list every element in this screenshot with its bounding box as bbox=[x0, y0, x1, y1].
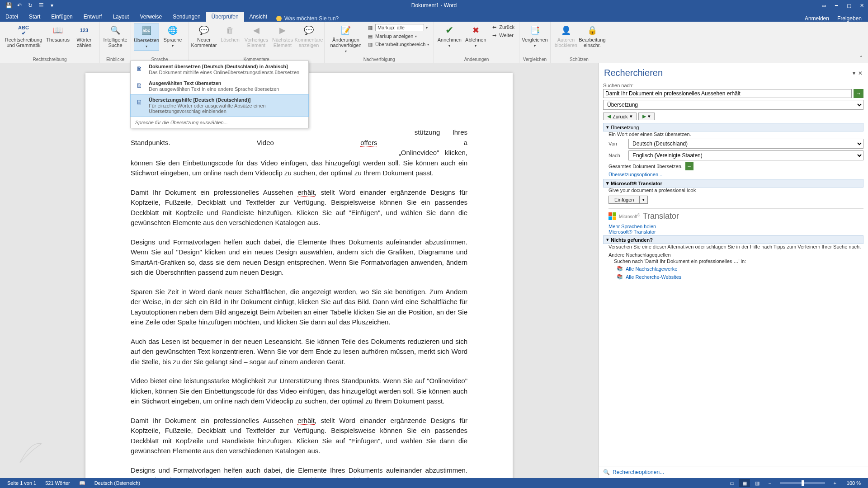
sign-in-link[interactable]: Anmelden bbox=[805, 15, 829, 22]
minimize-icon[interactable]: ━ bbox=[830, 0, 843, 11]
collapse-ribbon-icon[interactable]: ˄ bbox=[860, 55, 863, 61]
status-word-count[interactable]: 521 Wörter bbox=[41, 480, 74, 486]
zoom-in-button[interactable]: + bbox=[830, 479, 840, 487]
word-count-button[interactable]: 123 Wörter zählen bbox=[71, 23, 97, 49]
translate-selection-item[interactable]: 🗎 Ausgewählten Text übersetzen Den ausge… bbox=[131, 78, 308, 94]
group-tracking: 📝 Änderungen nachverfolgen ▾ ▦ Markup: a… bbox=[325, 22, 434, 63]
paragraph[interactable]: Auch das Lesen ist bequemer in der neuen… bbox=[131, 337, 467, 367]
tab-ansicht[interactable]: Ansicht bbox=[244, 12, 273, 22]
zoom-level[interactable]: 100 % bbox=[842, 480, 865, 486]
chevron-down-icon: ▾ bbox=[475, 43, 476, 49]
research-search-go-button[interactable]: → bbox=[854, 89, 863, 98]
pane-close-icon[interactable]: ✕ bbox=[858, 70, 863, 76]
chevron-down-icon: ▾ bbox=[427, 42, 429, 47]
touch-mode-icon[interactable]: ☰ bbox=[36, 1, 46, 10]
research-forward-button[interactable]: ▶▾ bbox=[638, 113, 655, 120]
back-arrow-icon: ◀ bbox=[607, 113, 611, 119]
to-language-select[interactable]: Englisch (Vereinigte Staaten) bbox=[628, 150, 863, 160]
status-page[interactable]: Seite 1 von 1 bbox=[3, 480, 41, 486]
tell-me-search[interactable]: Was möchten Sie tun? bbox=[276, 15, 339, 22]
ribbon: ABC✔ Rechtschreibung und Grammatik 📖 The… bbox=[0, 22, 868, 63]
tab-datei[interactable]: Datei bbox=[0, 12, 24, 22]
share-button[interactable]: Freigeben bbox=[837, 15, 862, 22]
tab-verweise[interactable]: Verweise bbox=[134, 12, 167, 22]
show-markup-button[interactable]: ▤ Markup anzeigen ▾ bbox=[365, 33, 431, 40]
from-language-select[interactable]: Deutsch (Deutschland) bbox=[628, 139, 863, 149]
track-changes-button[interactable]: 📝 Änderungen nachverfolgen ▾ bbox=[327, 23, 364, 55]
chevron-down-icon: ▾ bbox=[172, 43, 174, 49]
view-web-layout[interactable]: ▥ bbox=[752, 479, 763, 487]
paragraph[interactable]: Designs und Formatvorlagen helfen auch d… bbox=[131, 237, 467, 278]
insert-split-button[interactable]: ▾ bbox=[640, 196, 648, 204]
spell-underline[interactable]: erhält bbox=[297, 188, 315, 197]
ms-translator-link[interactable]: Microsoft® Translator bbox=[609, 229, 863, 235]
translation-hint: Ein Wort oder einen Satz übersetzen. bbox=[609, 131, 863, 137]
redo-icon[interactable]: ↻ bbox=[25, 1, 35, 10]
show-comments-button: 💬 Kommentare anzeigen bbox=[296, 23, 321, 49]
translate-selection-icon: 🗎 bbox=[134, 80, 144, 90]
close-icon[interactable]: ✕ bbox=[855, 0, 868, 11]
spell-underline[interactable]: erhält bbox=[297, 417, 315, 425]
tab-entwurf[interactable]: Entwurf bbox=[78, 12, 108, 22]
pane-icon: ▥ bbox=[367, 41, 373, 47]
undo-icon[interactable]: ↶ bbox=[14, 1, 24, 10]
research-scope-select[interactable]: Übersetzung bbox=[603, 100, 863, 110]
paragraph[interactable]: Sparen Sie Zeit in Word dank neuer Schal… bbox=[131, 287, 467, 328]
paragraph[interactable]: XXXXXXXXXXXXXXXXXXXXXXXXXXXXXXXXXXXXXXXX… bbox=[131, 127, 467, 178]
hyperlink-underline[interactable]: offers bbox=[360, 139, 377, 147]
tab-layout[interactable]: Layout bbox=[107, 12, 134, 22]
paragraph[interactable]: Video bietet eine leistungsstarke Möglic… bbox=[131, 376, 467, 407]
tab-ueberpruefen[interactable]: Überprüfen bbox=[206, 12, 244, 22]
tab-einfuegen[interactable]: Einfügen bbox=[46, 12, 78, 22]
markup-display-select[interactable]: ▦ Markup: alle ▾ bbox=[365, 23, 431, 32]
status-language[interactable]: Deutsch (Österreich) bbox=[90, 480, 145, 486]
save-icon[interactable]: 💾 bbox=[4, 1, 14, 10]
research-search-input[interactable] bbox=[603, 89, 852, 98]
accept-button[interactable]: ✔ Annehmen ▾ bbox=[437, 23, 462, 50]
reject-button[interactable]: ✖ Ablehnen ▾ bbox=[463, 23, 488, 50]
translation-section-header[interactable]: ▾Übersetzung bbox=[603, 123, 863, 131]
smart-lookup-button[interactable]: 🔍 Intelligente Suche bbox=[103, 23, 128, 49]
research-options-link[interactable]: Rechercheoptionen... bbox=[613, 469, 664, 475]
forward-arrow-icon: ▶ bbox=[642, 113, 646, 119]
translate-button[interactable]: 🔤 Übersetzen ▾ bbox=[134, 23, 159, 51]
document-page[interactable]: XXXXXXXXXXXXXXXXXXXXXXXXXXXXXXXXXXXXXXXX… bbox=[85, 73, 513, 478]
research-pane: Recherchieren ▾ ✕ Suchen nach: → Überset… bbox=[598, 63, 868, 478]
change-next-button[interactable]: ➡Weiter bbox=[489, 32, 516, 39]
more-languages-link[interactable]: Mehr Sprachen holen bbox=[609, 224, 863, 229]
choose-translation-language-item[interactable]: Sprache für die Übersetzung auswählen... bbox=[131, 117, 308, 128]
language-button[interactable]: 🌐 Sprache ▾ bbox=[160, 23, 185, 50]
pane-options-icon[interactable]: ▾ bbox=[853, 70, 855, 76]
compare-button[interactable]: 📑 Vergleichen ▾ bbox=[522, 23, 547, 50]
spelling-button[interactable]: ABC✔ Rechtschreibung und Grammatik bbox=[3, 23, 44, 49]
paragraph[interactable]: Damit Ihr Dokument ein professionelles A… bbox=[131, 188, 467, 228]
new-comment-button[interactable]: 💬 Neuer Kommentar bbox=[191, 23, 217, 49]
insert-translation-button[interactable]: Einfügen bbox=[609, 196, 640, 204]
zoom-out-button[interactable]: − bbox=[764, 479, 775, 487]
thesaurus-button[interactable]: 📖 Thesaurus bbox=[45, 23, 71, 43]
paragraph[interactable]: Damit Ihr Dokument ein professionelles A… bbox=[131, 416, 467, 456]
all-research-sites-link[interactable]: 📚Alle Recherche-Websites bbox=[617, 274, 863, 280]
paragraph[interactable]: Designs und Formatvorlagen helfen auch d… bbox=[131, 465, 467, 479]
view-read-mode[interactable]: ▭ bbox=[726, 479, 737, 487]
maximize-icon[interactable]: ▢ bbox=[843, 0, 855, 11]
view-print-layout[interactable]: ▦ bbox=[739, 479, 750, 487]
translate-full-doc-go-button[interactable]: → bbox=[685, 162, 693, 170]
tell-me-placeholder: Was möchten Sie tun? bbox=[284, 15, 339, 22]
ms-translator-section-header[interactable]: ▾Microsoft® Translator bbox=[603, 179, 863, 188]
ribbon-options-icon[interactable]: ▭ bbox=[817, 0, 830, 11]
restrict-editing-button[interactable]: 🔒 Bearbeitung einschr. bbox=[580, 23, 605, 49]
not-found-section-header[interactable]: ▾Nichts gefunden? bbox=[603, 235, 863, 244]
tab-start[interactable]: Start bbox=[24, 12, 46, 22]
all-reference-books-link[interactable]: 📚Alle Nachschlagewerke bbox=[617, 266, 863, 272]
zoom-slider[interactable] bbox=[780, 482, 825, 484]
tab-sendungen[interactable]: Sendungen bbox=[167, 12, 206, 22]
translate-document-item[interactable]: 🗎 Dokument übersetzen [Deutsch (Deutschl… bbox=[131, 61, 308, 78]
reviewing-pane-button[interactable]: ▥ Überarbeitungsbereich ▾ bbox=[365, 41, 431, 48]
qat-customize-icon[interactable]: ▾ bbox=[47, 1, 57, 10]
research-back-button[interactable]: ◀Zurück▾ bbox=[603, 113, 637, 120]
translation-options-link[interactable]: Übersetzungsoptionen... bbox=[609, 172, 863, 177]
mini-translator-item[interactable]: 🗎 Übersetzungshilfe [Deutsch (Deutschlan… bbox=[130, 94, 309, 117]
change-prev-button[interactable]: ⬅Zurück bbox=[489, 23, 516, 31]
status-spell-icon[interactable]: 📖 bbox=[75, 480, 90, 486]
